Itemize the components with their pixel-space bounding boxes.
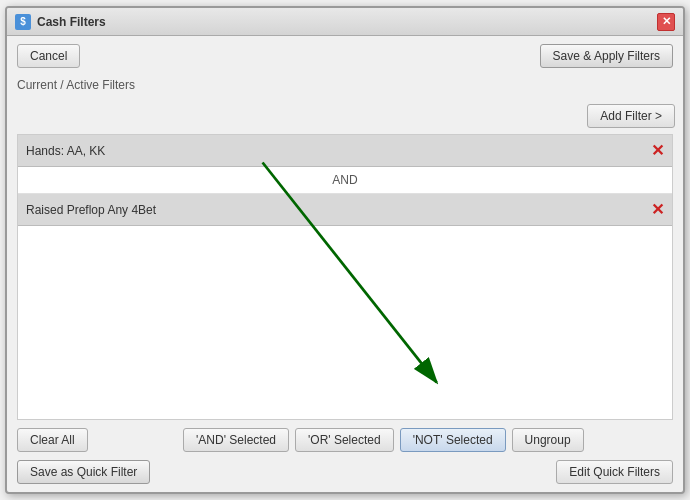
filter-row-1[interactable]: Hands: AA, KK ✕ xyxy=(18,135,672,167)
filter-remove-2[interactable]: ✕ xyxy=(651,200,664,219)
and-separator: AND xyxy=(18,167,672,194)
add-filter-row: Add Filter > xyxy=(7,98,683,134)
bottom-bar: Clear All 'AND' Selected 'OR' Selected '… xyxy=(7,420,683,460)
close-button[interactable]: ✕ xyxy=(657,13,675,31)
filter-row-2[interactable]: Raised Preflop Any 4Bet ✕ xyxy=(18,194,672,226)
section-label: Current / Active Filters xyxy=(7,76,683,98)
bottom-left: Clear All xyxy=(17,428,88,452)
filter-text-1: Hands: AA, KK xyxy=(26,144,643,158)
clear-all-button[interactable]: Clear All xyxy=(17,428,88,452)
or-selected-button[interactable]: 'OR' Selected xyxy=(295,428,394,452)
save-apply-button[interactable]: Save & Apply Filters xyxy=(540,44,673,68)
main-window: $ Cash Filters ✕ Cancel Save & Apply Fil… xyxy=(5,6,685,494)
ungroup-button[interactable]: Ungroup xyxy=(512,428,584,452)
filter-remove-1[interactable]: ✕ xyxy=(651,141,664,160)
filter-area: Hands: AA, KK ✕ AND Raised Preflop Any 4… xyxy=(17,134,673,420)
bottom-center: 'AND' Selected 'OR' Selected 'NOT' Selec… xyxy=(94,428,673,452)
save-quick-filter-button[interactable]: Save as Quick Filter xyxy=(17,460,150,484)
bottom-bar-2: Save as Quick Filter Edit Quick Filters xyxy=(7,460,683,492)
title-bar-left: $ Cash Filters xyxy=(15,14,106,30)
title-bar: $ Cash Filters ✕ xyxy=(7,8,683,36)
cancel-button[interactable]: Cancel xyxy=(17,44,80,68)
toolbar: Cancel Save & Apply Filters xyxy=(7,36,683,76)
not-selected-button[interactable]: 'NOT' Selected xyxy=(400,428,506,452)
save-quick-left: Save as Quick Filter xyxy=(17,460,150,484)
and-selected-button[interactable]: 'AND' Selected xyxy=(183,428,289,452)
edit-quick-filters-button[interactable]: Edit Quick Filters xyxy=(556,460,673,484)
edit-quick-right: Edit Quick Filters xyxy=(556,460,673,484)
add-filter-button[interactable]: Add Filter > xyxy=(587,104,675,128)
filter-text-2: Raised Preflop Any 4Bet xyxy=(26,203,643,217)
window-icon: $ xyxy=(15,14,31,30)
window-title: Cash Filters xyxy=(37,15,106,29)
